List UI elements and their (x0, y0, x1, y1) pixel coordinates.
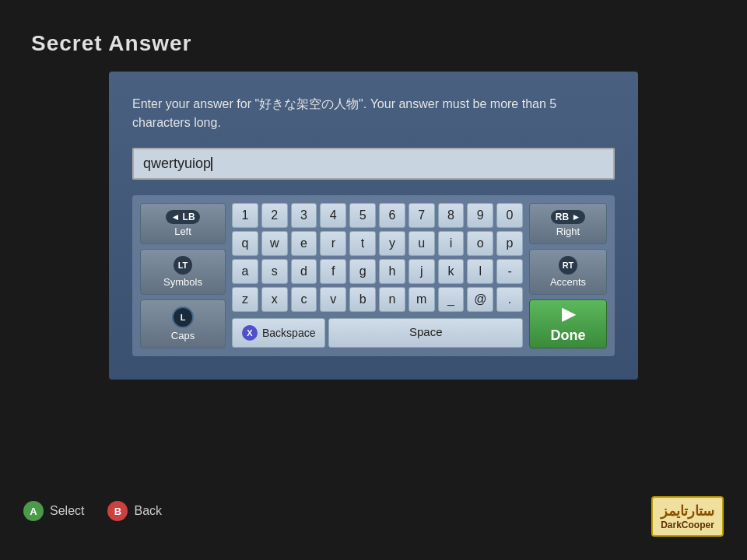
text-input[interactable]: qwertyuiop (143, 156, 212, 171)
x-icon: X (242, 325, 258, 341)
bottom-row: X Backspace Space (232, 318, 523, 348)
select-label: Select (50, 504, 84, 518)
key-w[interactable]: w (261, 231, 288, 256)
keyboard-left-controls: ◄ LB Left LT Symbols L Caps (140, 203, 226, 348)
back-hint: B Back (107, 501, 162, 521)
key-underscore[interactable]: _ (438, 287, 465, 312)
l-stick-icon: L (172, 306, 194, 328)
key-e[interactable]: e (291, 231, 317, 256)
key-n[interactable]: n (379, 287, 405, 312)
key-8[interactable]: 8 (438, 203, 465, 228)
key-5[interactable]: 5 (349, 203, 376, 228)
keyboard-main: 1 2 3 4 5 6 7 8 9 0 q w e r t y u i (232, 203, 523, 348)
key-b[interactable]: b (349, 287, 376, 312)
b-button-icon: B (107, 501, 128, 521)
watermark-name: DarkCooper (661, 520, 714, 530)
key-period[interactable]: . (496, 287, 523, 312)
rt-icon: RT (559, 256, 577, 275)
key-6[interactable]: 6 (379, 203, 405, 228)
space-button[interactable]: Space (328, 318, 523, 348)
a-row: a s d f g h j k l - (232, 259, 523, 284)
page-title: Secret Answer (0, 0, 747, 72)
keyboard-container: ◄ LB Left LT Symbols L Caps 1 2 3 4 5 6 (132, 195, 615, 356)
key-u[interactable]: u (409, 231, 435, 256)
key-o[interactable]: o (467, 231, 493, 256)
a-button-icon: A (23, 501, 44, 521)
watermark: ستارتايمز DarkCooper (651, 496, 724, 537)
text-input-container: qwertyuiop (132, 148, 615, 180)
accents-button[interactable]: RT Accents (529, 249, 607, 295)
left-label: Left (174, 226, 191, 237)
key-k[interactable]: k (438, 259, 465, 284)
instruction-text: Enter your answer for "好きな架空の人物". Your a… (132, 95, 615, 132)
key-1[interactable]: 1 (232, 203, 258, 228)
main-panel: Enter your answer for "好きな架空の人物". Your a… (109, 72, 638, 380)
backspace-button[interactable]: X Backspace (232, 318, 325, 348)
key-v[interactable]: v (320, 287, 346, 312)
z-row: z x c v b n m _ @ . (232, 287, 523, 312)
key-4[interactable]: 4 (320, 203, 346, 228)
caps-button[interactable]: L Caps (140, 299, 226, 348)
key-l[interactable]: l (467, 259, 493, 284)
rb-icon: RB ► (551, 210, 586, 224)
bottom-controls: A Select B Back (23, 501, 162, 521)
keyboard-right-controls: RB ► Right RT Accents ▶ Done (529, 203, 607, 348)
key-y[interactable]: y (379, 231, 405, 256)
key-at[interactable]: @ (467, 287, 493, 312)
key-9[interactable]: 9 (467, 203, 493, 228)
right-button[interactable]: RB ► Right (529, 203, 607, 244)
key-f[interactable]: f (320, 259, 346, 284)
done-button[interactable]: ▶ Done (529, 299, 607, 348)
accents-label: Accents (550, 276, 586, 288)
backspace-label: Backspace (262, 327, 315, 339)
key-g[interactable]: g (349, 259, 376, 284)
key-r[interactable]: r (320, 231, 346, 256)
symbols-button[interactable]: LT Symbols (140, 249, 226, 295)
key-d[interactable]: d (291, 259, 317, 284)
caps-label: Caps (171, 330, 195, 341)
done-label: Done (551, 327, 586, 344)
cursor (211, 157, 212, 171)
key-z[interactable]: z (232, 287, 258, 312)
key-a[interactable]: a (232, 259, 258, 284)
lt-icon: LT (174, 256, 192, 275)
key-q[interactable]: q (232, 231, 258, 256)
key-c[interactable]: c (291, 287, 317, 312)
key-s[interactable]: s (261, 259, 288, 284)
left-button[interactable]: ◄ LB Left (140, 203, 226, 244)
key-h[interactable]: h (379, 259, 405, 284)
watermark-arabic: ستارتايمز (661, 502, 714, 520)
key-j[interactable]: j (409, 259, 435, 284)
number-row: 1 2 3 4 5 6 7 8 9 0 (232, 203, 523, 228)
q-row: q w e r t y u i o p (232, 231, 523, 256)
input-value: qwertyuiop (143, 156, 211, 171)
key-2[interactable]: 2 (261, 203, 288, 228)
key-i[interactable]: i (438, 231, 465, 256)
key-t[interactable]: t (349, 231, 376, 256)
key-p[interactable]: p (496, 231, 523, 256)
key-dash[interactable]: - (496, 259, 523, 284)
key-0[interactable]: 0 (496, 203, 523, 228)
key-m[interactable]: m (409, 287, 435, 312)
right-label: Right (556, 226, 580, 237)
lb-icon: ◄ LB (166, 210, 199, 224)
back-label: Back (134, 504, 162, 518)
select-hint: A Select (23, 501, 84, 521)
key-7[interactable]: 7 (409, 203, 435, 228)
play-icon: ▶ (562, 304, 575, 324)
symbols-label: Symbols (163, 276, 202, 288)
key-3[interactable]: 3 (291, 203, 317, 228)
key-x[interactable]: x (261, 287, 288, 312)
